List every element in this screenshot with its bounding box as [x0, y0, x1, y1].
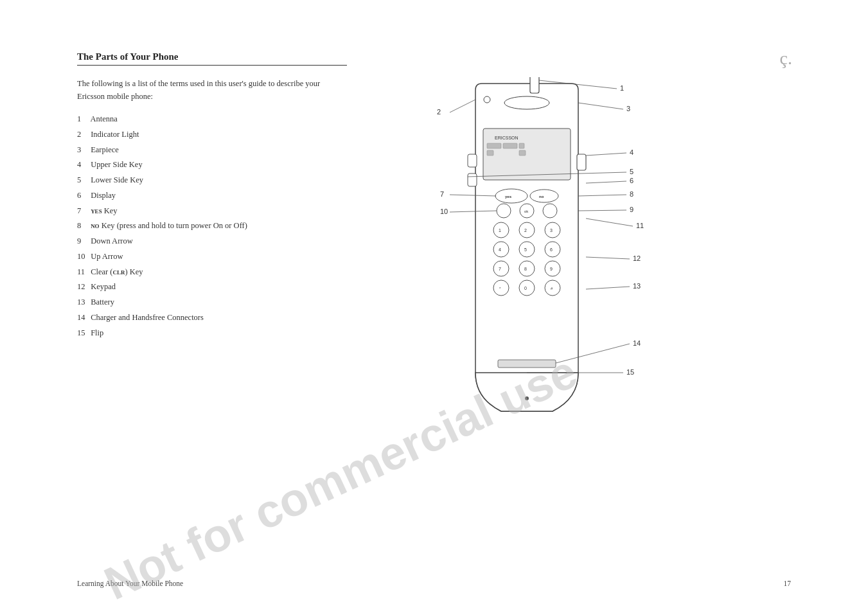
- svg-text:9: 9: [630, 206, 633, 213]
- svg-text:3: 3: [550, 228, 553, 233]
- svg-text:ERICSSON: ERICSSON: [495, 136, 518, 140]
- list-item: 4 Upper Side Key: [77, 159, 347, 171]
- svg-point-17: [543, 204, 557, 218]
- svg-text:1: 1: [620, 84, 624, 92]
- svg-point-28: [545, 242, 560, 257]
- svg-point-34: [545, 261, 560, 276]
- svg-text:13: 13: [633, 282, 641, 290]
- phone-diagram: ERICSSON yes no ok: [373, 77, 791, 437]
- svg-rect-45: [577, 154, 586, 170]
- svg-text:2: 2: [524, 228, 527, 233]
- phone-svg: ERICSSON yes no ok: [373, 77, 707, 437]
- list-item: 12 Keypad: [77, 281, 347, 293]
- svg-rect-6: [503, 143, 517, 148]
- svg-point-14: [497, 204, 511, 218]
- svg-text:3: 3: [626, 105, 630, 112]
- svg-text:0: 0: [524, 286, 527, 290]
- svg-text:7: 7: [440, 190, 444, 198]
- svg-text:7: 7: [499, 267, 501, 271]
- svg-point-42: [525, 396, 529, 400]
- svg-text:6: 6: [550, 247, 553, 252]
- list-item: 13 Battery: [77, 296, 347, 308]
- svg-text:2: 2: [437, 108, 441, 116]
- svg-text:8: 8: [524, 267, 527, 271]
- list-item: 1 Antenna: [77, 113, 347, 125]
- svg-text:5: 5: [630, 168, 633, 175]
- svg-text:12: 12: [633, 254, 641, 262]
- svg-text:8: 8: [630, 190, 633, 198]
- svg-point-38: [519, 280, 535, 296]
- svg-point-12: [530, 190, 558, 202]
- list-item: 6 Display: [77, 190, 347, 202]
- svg-line-49: [450, 100, 475, 112]
- svg-point-24: [493, 242, 509, 257]
- svg-point-36: [493, 280, 509, 296]
- list-item: 11 Clear (clr) Key: [77, 266, 347, 278]
- svg-text:9: 9: [550, 267, 553, 271]
- svg-rect-8: [487, 150, 493, 155]
- svg-point-32: [519, 261, 535, 276]
- list-item: 3 Earpiece: [77, 144, 347, 156]
- svg-text:10: 10: [440, 208, 448, 215]
- footer-page-number: 17: [784, 580, 792, 587]
- svg-text:11: 11: [636, 222, 644, 229]
- list-item: 9 Down Arrow: [77, 235, 347, 247]
- svg-text:1: 1: [499, 228, 501, 233]
- svg-point-20: [519, 222, 535, 238]
- svg-text:ok: ok: [524, 209, 529, 213]
- svg-text:14: 14: [633, 339, 641, 347]
- footer: Learning About Your Mobile Phone 17: [77, 580, 791, 587]
- svg-text:6: 6: [630, 177, 633, 184]
- list-item: 10 Up Arrow: [77, 251, 347, 263]
- svg-line-69: [586, 257, 630, 259]
- svg-rect-5: [487, 143, 501, 148]
- list-item: 2 Indicator Light: [77, 129, 347, 141]
- svg-line-61: [578, 195, 626, 196]
- svg-rect-44: [468, 173, 477, 186]
- page-container: The Parts of Your Phone The following is…: [0, 0, 868, 613]
- list-item: 14 Charger and Handsfree Connectors: [77, 312, 347, 324]
- parts-list: 1 Antenna 2 Indicator Light 3 Earpiece 4…: [77, 113, 347, 339]
- list-item: 5 Lower Side Key: [77, 174, 347, 186]
- svg-text:5: 5: [524, 247, 527, 252]
- list-item: 8 no Key (press and hold to turn power O…: [77, 220, 347, 232]
- svg-line-53: [586, 153, 626, 155]
- svg-line-67: [586, 218, 633, 226]
- svg-text:yes: yes: [505, 195, 512, 199]
- svg-line-51: [578, 103, 623, 109]
- footer-left-text: Learning About Your Mobile Phone: [77, 580, 183, 587]
- svg-line-57: [586, 181, 626, 183]
- list-item: 7 yes Key: [77, 205, 347, 217]
- svg-text:4: 4: [630, 148, 633, 156]
- intro-text: The following is a list of the terms use…: [77, 77, 347, 103]
- left-column: The following is a list of the terms use…: [77, 77, 347, 342]
- svg-point-30: [493, 261, 509, 276]
- svg-text:15: 15: [626, 368, 634, 376]
- svg-line-63: [578, 210, 626, 211]
- svg-point-26: [519, 242, 535, 257]
- section-title: The Parts of Your Phone: [77, 51, 347, 66]
- svg-text:4: 4: [499, 247, 501, 252]
- svg-rect-43: [468, 154, 477, 167]
- svg-rect-9: [519, 150, 526, 155]
- svg-rect-0: [530, 77, 539, 93]
- content-area: The following is a list of the terms use…: [77, 77, 791, 437]
- list-item: 15 Flip: [77, 327, 347, 339]
- svg-rect-7: [519, 143, 524, 148]
- svg-rect-46: [498, 360, 556, 368]
- svg-line-71: [586, 287, 630, 289]
- svg-point-22: [545, 222, 560, 238]
- svg-text:no: no: [539, 195, 544, 199]
- corner-decoration: ç.: [780, 48, 792, 69]
- svg-point-18: [493, 222, 509, 238]
